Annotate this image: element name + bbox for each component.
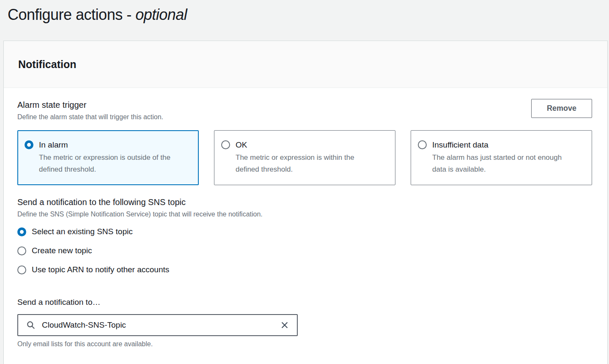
card-title: OK — [236, 139, 379, 151]
card-title: In alarm — [39, 139, 183, 151]
card-text: In alarm The metric or expression is out… — [39, 139, 183, 175]
radio-option-label: Use topic ARN to notify other accounts — [32, 265, 169, 275]
radio-icon[interactable] — [221, 140, 230, 149]
recipient-label: Send a notification to… — [17, 297, 592, 308]
radio-icon[interactable] — [17, 265, 26, 274]
alarm-state-option-insufficient-data[interactable]: Insufficient data The alarm has just sta… — [411, 130, 592, 185]
radio-option-use-topic-arn[interactable]: Use topic ARN to notify other accounts — [17, 265, 169, 275]
panel-title: Notification — [18, 58, 593, 71]
radio-option-select-existing-sns-topic[interactable]: Select an existing SNS topic — [17, 227, 133, 237]
alarm-state-trigger-description: Define the alarm state that will trigger… — [17, 112, 163, 122]
alarm-state-labels: Alarm state trigger Define the alarm sta… — [17, 99, 163, 122]
recipient-section: Send a notification to… Only email lists… — [17, 297, 592, 348]
radio-icon[interactable] — [418, 140, 427, 149]
panel-body: Alarm state trigger Define the alarm sta… — [4, 88, 607, 361]
alarm-state-section-header: Alarm state trigger Define the alarm sta… — [17, 99, 592, 122]
card-description: The metric or expression is within the d… — [236, 152, 379, 175]
search-icon — [25, 320, 36, 331]
radio-option-label: Create new topic — [32, 246, 92, 256]
card-title: Insufficient data — [432, 139, 576, 151]
page-title: Configure actions - optional — [0, 0, 609, 41]
card-description: The metric or expression is outside of t… — [39, 152, 183, 175]
radio-selected-icon[interactable] — [17, 227, 26, 236]
alarm-state-options: In alarm The metric or expression is out… — [17, 130, 592, 185]
card-text: OK The metric or expression is within th… — [236, 139, 379, 175]
input-help-text: Only email lists for this account are av… — [17, 340, 592, 348]
radio-option-label: Select an existing SNS topic — [32, 227, 133, 237]
sns-topic-search-box — [17, 314, 298, 336]
radio-icon[interactable] — [17, 246, 26, 255]
alarm-state-trigger-label: Alarm state trigger — [17, 99, 163, 111]
sns-topic-radio-group: Select an existing SNS topic Create new … — [17, 227, 592, 275]
page-title-optional-suffix: optional — [135, 6, 187, 23]
remove-button[interactable]: Remove — [531, 99, 592, 118]
sns-topic-section: Send a notification to the following SNS… — [17, 196, 592, 275]
sns-topic-description: Define the SNS (Simple Notification Serv… — [17, 210, 592, 219]
clear-icon[interactable] — [279, 320, 290, 331]
alarm-state-option-ok[interactable]: OK The metric or expression is within th… — [214, 130, 395, 185]
radio-selected-icon[interactable] — [25, 140, 33, 149]
radio-option-create-new-topic[interactable]: Create new topic — [17, 246, 92, 256]
card-text: Insufficient data The alarm has just sta… — [432, 139, 576, 175]
alarm-state-option-in-alarm[interactable]: In alarm The metric or expression is out… — [17, 130, 199, 185]
card-description: The alarm has just started or not enough… — [432, 152, 576, 175]
sns-topic-label: Send a notification to the following SNS… — [17, 196, 592, 208]
panel-header: Notification — [4, 41, 607, 88]
page-title-main: Configure actions - — [8, 6, 135, 23]
sns-topic-search-input[interactable] — [42, 320, 279, 330]
notification-panel: Notification Alarm state trigger Define … — [3, 41, 608, 364]
